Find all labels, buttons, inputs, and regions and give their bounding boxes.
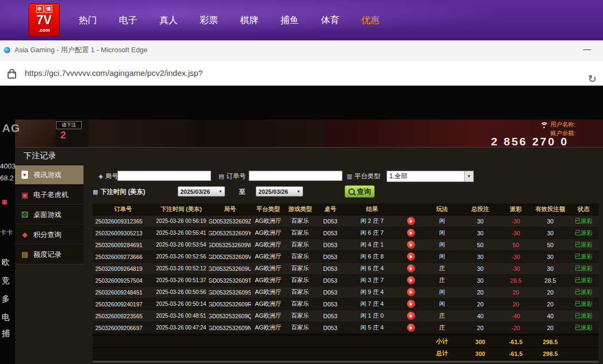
cell-valid-bet: 40 — [532, 310, 569, 321]
replay-play-icon[interactable] — [407, 229, 415, 237]
sidebar-item-slot-machines[interactable]: ▣ 电子老虎机 — [15, 185, 83, 205]
cell-replay — [398, 239, 423, 250]
date-from-picker[interactable]: 2025/03/26 ▼ — [178, 186, 225, 197]
sidebar-item-table-games[interactable]: ⚄ 桌面游戏 — [15, 205, 83, 225]
logo-suffix: .com — [38, 27, 50, 33]
cell-platform: AG欧洲厅 — [251, 263, 285, 274]
nav-item-live[interactable]: 真人 — [159, 14, 178, 26]
col-header-total-bet: 总投注 — [461, 204, 500, 215]
cell-status: 已派彩 — [569, 286, 599, 298]
cell-total-bet: 50 — [461, 239, 500, 250]
background-image-block — [15, 120, 55, 147]
site-logo[interactable]: 申 博 7V .com — [29, 4, 59, 36]
cell-round-no: GD0532532609Z — [209, 215, 251, 227]
replay-play-icon[interactable] — [407, 300, 415, 308]
diamond-icon: ◆ — [20, 230, 30, 239]
bg-red-marker — [2, 200, 7, 205]
search-button[interactable]: 查询 — [345, 185, 375, 198]
cell-order-no: 250326009257504 — [93, 275, 153, 286]
cell-round-no: GD0532532609Y — [209, 227, 251, 239]
bg-fragment: 68.2 — [0, 174, 13, 182]
cell-bet-time: 2025-03-26 00:50:14 — [153, 298, 209, 310]
replay-play-icon[interactable] — [407, 288, 415, 296]
cell-status: 已派彩 — [569, 239, 599, 250]
browser-titlebar: Asia Gaming - 用户配置 1 - Microsoft Edge — — [0, 40, 603, 60]
play-triangle — [410, 220, 412, 223]
platform-type-select[interactable]: 1.全部 ▼ — [387, 171, 474, 182]
logo-text: 7V — [37, 13, 52, 27]
replay-play-icon[interactable] — [407, 264, 415, 272]
cell-result: 闲 1 庄 0 — [346, 310, 398, 321]
cell-valid-bet: 28.5 — [532, 275, 569, 286]
cell-status: 已派彩 — [569, 310, 599, 321]
col-header-replay-spacer — [398, 204, 423, 215]
cell-game-type: 百家乐 — [285, 322, 315, 333]
grand-total-valid-bet: 298.5 — [532, 348, 569, 359]
table-row: 2503260092484512025-03-26 00:50:56GD0532… — [93, 286, 599, 298]
subtotal-status-spacer — [569, 336, 599, 347]
sidebar-item-points-inquiry[interactable]: ◆ 积分查询 — [15, 225, 83, 244]
minimize-button[interactable]: — — [583, 44, 591, 53]
cell-table-no: D053 — [315, 251, 346, 262]
round-number-input[interactable] — [117, 171, 211, 181]
cell-total-bet: 40 — [461, 310, 500, 321]
nav-items: 热门 电子 真人 彩票 棋牌 捕鱼 体育 优惠 — [79, 0, 380, 40]
table-row: 2503260092736662025-03-26 00:52:56GD0532… — [93, 251, 599, 263]
url-text[interactable]: https://gci.7vvvvvv.com/agingame/pcv2/in… — [25, 68, 203, 78]
play-triangle — [410, 232, 412, 235]
logo-badge-right: 博 — [45, 5, 52, 13]
cell-valid-bet: 20 — [532, 298, 569, 310]
bg-fragment: 多 — [2, 294, 10, 304]
replay-play-icon[interactable] — [407, 276, 415, 284]
subtotal-payout: -61.5 — [500, 336, 532, 347]
cell-order-no: 250326009312365 — [93, 215, 153, 227]
cell-result: 闲 3 庄 7 — [346, 275, 398, 286]
cell-total-bet: 30 — [461, 215, 500, 227]
round-number-label-text: 局号 — [105, 172, 118, 181]
cell-bet-time: 2025-03-26 00:52:12 — [153, 263, 209, 274]
cell-game-type: 百家乐 — [285, 215, 315, 227]
grand-total-total-bet: 300 — [461, 348, 500, 359]
table-row: 2503260092846912025-03-26 00:53:54GD0532… — [93, 239, 599, 251]
grand-total-label: 总计 — [423, 348, 461, 359]
cell-valid-bet: 20 — [532, 322, 569, 333]
nav-item-board-games[interactable]: 棋牌 — [240, 14, 258, 26]
cell-game-type: 百家乐 — [285, 310, 315, 321]
cell-platform: AG欧洲厅 — [251, 215, 285, 227]
bg-fragment: 捕 — [2, 328, 10, 339]
sidebar-item-video-games[interactable]: ♥ 视讯游戏 — [15, 165, 83, 185]
subtotal-total-bet: 300 — [461, 336, 500, 347]
nav-item-sports[interactable]: 体育 — [321, 14, 339, 26]
account-balance-label: 账户余额: — [550, 129, 576, 137]
replay-play-icon[interactable] — [407, 253, 415, 261]
play-triangle — [410, 279, 412, 282]
nav-item-fishing[interactable]: 捕鱼 — [281, 14, 299, 26]
cell-valid-bet: 20 — [532, 286, 569, 298]
dice-icon: ⚄ — [20, 210, 30, 220]
nav-item-lottery[interactable]: 彩票 — [200, 14, 218, 26]
cell-result: 闲 9 庄 4 — [346, 286, 398, 298]
nav-item-slots[interactable]: 电子 — [119, 14, 137, 26]
order-number-input[interactable] — [249, 171, 342, 181]
table-header-row: 订单号 下注时间 (美东) 局号 平台类型 游戏类型 桌号 结果 玩法 总投注 … — [93, 204, 599, 215]
cell-payout: -30 — [500, 215, 532, 227]
cell-valid-bet: 30 — [532, 227, 569, 239]
dropdown-arrow-icon: ▼ — [297, 190, 300, 193]
nav-item-hot[interactable]: 热门 — [79, 14, 97, 26]
nav-item-promotions[interactable]: 优惠 — [361, 14, 380, 26]
date-to-picker[interactable]: 2025/03/26 ▼ — [256, 186, 303, 197]
sidebar-item-quota-records[interactable]: ▤ 额度记录 — [15, 244, 83, 264]
document-icon: ▤ — [20, 250, 30, 258]
replay-play-icon[interactable] — [407, 217, 415, 225]
cell-table-no: D053 — [315, 215, 346, 227]
cell-total-bet: 30 — [461, 251, 500, 262]
play-triangle — [410, 291, 412, 294]
cell-replay — [398, 227, 423, 239]
cell-result: 闲 6 庄 4 — [346, 263, 398, 274]
replay-play-icon[interactable] — [407, 324, 415, 332]
replay-play-icon[interactable] — [407, 312, 415, 320]
replay-play-icon[interactable] — [407, 241, 415, 249]
refresh-icon[interactable]: ↻ — [588, 73, 597, 85]
platform-type-label-text: 平台类型 — [354, 172, 380, 181]
dropdown-arrow-icon: ▼ — [219, 190, 222, 193]
